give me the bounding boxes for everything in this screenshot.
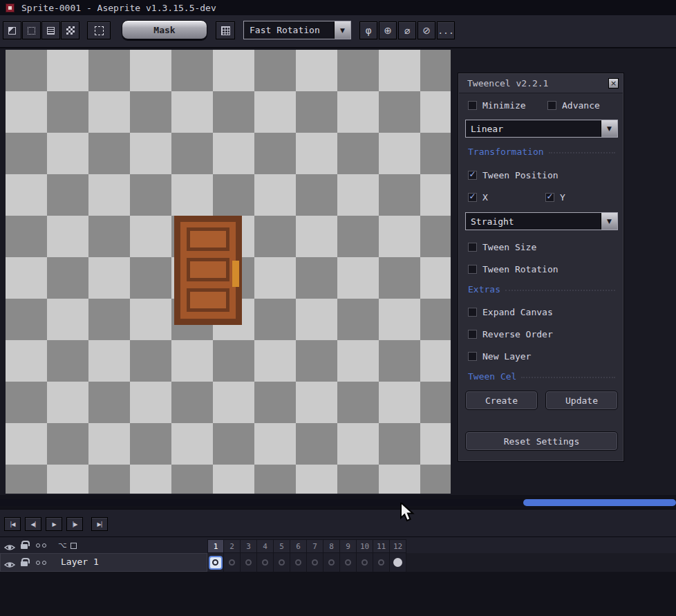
checkbox-label: Tween Size (482, 242, 536, 252)
cel-frame-10[interactable] (357, 553, 373, 572)
door-panel-bottom (187, 288, 229, 312)
dialog-titlebar[interactable]: Tweencel v2.2.1 (459, 74, 623, 93)
advance-checkbox[interactable]: Advance (547, 100, 600, 111)
selection-mode-add-button[interactable] (22, 21, 41, 39)
frame-header-5[interactable]: 5 (274, 539, 290, 553)
checkbox-label: Reverse Order (482, 329, 553, 339)
last-frame-button[interactable]: ▶| (91, 517, 108, 531)
frame-header-6[interactable]: 6 (290, 539, 307, 553)
horizontal-scrollbar-thumb[interactable] (523, 499, 676, 506)
aseprite-window: Sprite-0001 - Aseprite v1.3.15.5-dev Mas… (0, 0, 676, 616)
cel-frame-12[interactable] (390, 553, 406, 572)
marching-ants-button[interactable] (87, 21, 111, 39)
checkbox-box (468, 101, 477, 110)
pivot-option-button-1[interactable]: φ (359, 21, 377, 39)
prev-frame-button[interactable]: ◀| (25, 517, 41, 531)
cel-frame-7[interactable] (307, 553, 323, 572)
door-panel-top (187, 227, 229, 251)
cel-frame-11[interactable] (373, 553, 390, 572)
create-button[interactable]: Create (465, 391, 538, 410)
bottom-filler (0, 572, 676, 616)
selection-mode-subtract-button[interactable] (41, 21, 60, 39)
tweencel-dialog: Tweencel v2.2.1 × Minimize Advance Linea… (458, 73, 624, 462)
rotation-algorithm-select[interactable]: Fast Rotation ▼ (243, 21, 351, 39)
layer-row-background[interactable] (0, 553, 207, 572)
path-dropdown[interactable]: Straight ▼ (465, 212, 618, 230)
pivot-slash-icon: ⊘ (422, 25, 431, 36)
first-frame-button[interactable]: |◀ (4, 517, 21, 531)
cel-frame-4[interactable] (257, 553, 274, 572)
frame-header-1[interactable]: 1 (207, 539, 224, 553)
play-button[interactable]: ▶ (46, 517, 62, 531)
cel-frame-8[interactable] (323, 553, 340, 572)
selection-subtract-icon (47, 27, 55, 35)
frame-header-3[interactable]: 3 (241, 539, 257, 553)
marching-ants-icon (95, 26, 104, 35)
last-frame-icon: ▶| (97, 521, 102, 528)
onion-skin-icon[interactable] (36, 543, 46, 548)
prev-frame-icon: ◀| (31, 521, 36, 528)
checkbox-box (468, 308, 477, 317)
easing-dropdown[interactable]: Linear ▼ (465, 120, 618, 138)
close-icon[interactable]: × (608, 78, 619, 88)
grid-button[interactable] (216, 21, 235, 39)
cel-frame-1[interactable] (207, 553, 224, 572)
cel-options-icon[interactable] (71, 543, 77, 549)
lock-icon[interactable] (21, 544, 28, 549)
chevron-down-icon[interactable]: ▼ (334, 21, 350, 39)
minimize-checkbox[interactable]: Minimize (468, 100, 526, 111)
section-transformation: Transformation (468, 147, 615, 157)
checkbox-box (468, 352, 477, 361)
reset-settings-button[interactable]: Reset Settings (465, 431, 618, 451)
layer-visibility-icon[interactable] (4, 559, 15, 572)
sprite-canvas[interactable] (6, 50, 451, 494)
pivot-option-button-2[interactable]: ⊕ (379, 21, 397, 39)
pivot-option-button-3[interactable]: ⌀ (398, 21, 416, 39)
checkbox-label: X (482, 192, 488, 203)
mask-button[interactable]: Mask (122, 20, 207, 39)
app-icon (6, 3, 15, 12)
axis-x-checkbox[interactable]: X (468, 192, 488, 203)
checkbox-box (468, 193, 477, 202)
layer-lock-icon[interactable] (21, 561, 28, 566)
frame-header-4[interactable]: 4 (257, 539, 274, 553)
pivot-diameter-icon: ⌀ (404, 25, 410, 36)
new-layer-checkbox[interactable]: New Layer (468, 351, 531, 362)
tween-rotation-checkbox[interactable]: Tween Rotation (468, 263, 558, 274)
frame-header-9[interactable]: 9 (340, 539, 357, 553)
cel-frame-3[interactable] (241, 553, 257, 572)
selection-mode-intersect-button[interactable] (61, 21, 79, 39)
frame-header-2[interactable]: 2 (224, 539, 241, 553)
frame-header-10[interactable]: 10 (357, 539, 373, 553)
chevron-down-icon[interactable]: ▼ (601, 120, 617, 137)
axis-y-checkbox[interactable]: Y (545, 192, 565, 203)
frame-header-7[interactable]: 7 (307, 539, 323, 553)
layer-continuous-icon[interactable] (36, 561, 46, 565)
frame-header-11[interactable]: 11 (373, 539, 390, 553)
cel-frame-2[interactable] (224, 553, 241, 572)
reverse-order-checkbox[interactable]: Reverse Order (468, 328, 553, 339)
more-options-button[interactable]: ... (437, 21, 455, 39)
cel-cells (207, 553, 406, 572)
expand-canvas-checkbox[interactable]: Expand Canvas (468, 306, 553, 317)
cel-frame-9[interactable] (340, 553, 357, 572)
first-frame-icon: |◀ (10, 521, 15, 528)
frame-header-8[interactable]: 8 (323, 539, 340, 553)
frame-header-12[interactable]: 12 (390, 539, 406, 553)
cel-frame-5[interactable] (274, 553, 290, 572)
context-toolbar: Mask Fast Rotation ▼ φ ⊕ ⌀ ⊘ ... (0, 15, 676, 48)
selection-mode-replace-button[interactable] (3, 21, 21, 39)
layer-options-icon[interactable]: ⌥ (58, 541, 67, 550)
update-button[interactable]: Update (545, 391, 618, 410)
chevron-down-icon[interactable]: ▼ (601, 213, 617, 230)
checkbox-box (468, 243, 477, 252)
next-frame-button[interactable]: |▶ (66, 517, 83, 531)
timeline-layer-row: Layer 1 (0, 553, 676, 572)
layer-name[interactable]: Layer 1 (61, 557, 99, 567)
easing-value: Linear (466, 120, 601, 137)
pivot-option-button-4[interactable]: ⊘ (417, 21, 435, 39)
checkbox-box (547, 101, 556, 110)
tween-position-checkbox[interactable]: Tween Position (468, 169, 558, 180)
cel-frame-6[interactable] (290, 553, 307, 572)
tween-size-checkbox[interactable]: Tween Size (468, 241, 536, 252)
